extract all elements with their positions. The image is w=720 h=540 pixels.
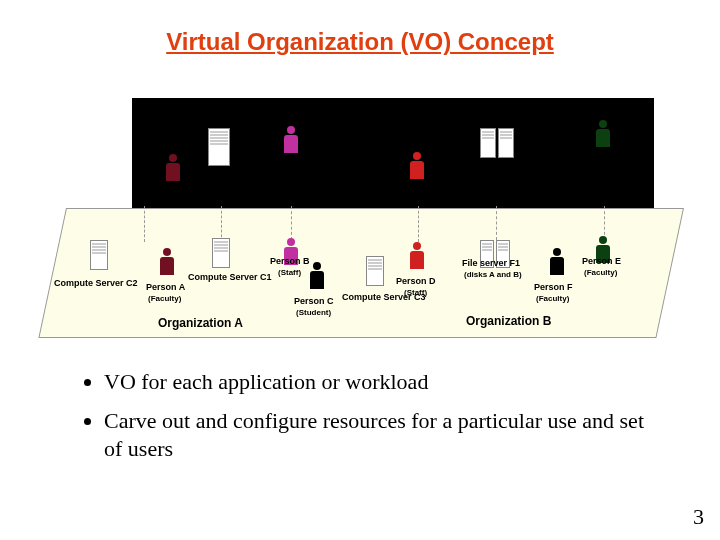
label-person-a-role: (Faculty) xyxy=(148,294,181,303)
label-person-c: Person C xyxy=(294,296,334,306)
label-person-c-role: (Student) xyxy=(296,308,331,317)
connector xyxy=(144,206,145,242)
label-person-b: Person B xyxy=(270,256,310,266)
bullet-item: Carve out and configure resources for a … xyxy=(104,407,644,464)
person-icon-maroon xyxy=(166,154,180,184)
connector xyxy=(604,206,605,240)
connector xyxy=(291,206,292,240)
server-icon xyxy=(366,256,384,286)
label-person-f-role: (Faculty) xyxy=(536,294,569,303)
connector xyxy=(418,206,419,242)
server-icon xyxy=(212,238,230,268)
label-person-d: Person D xyxy=(396,276,436,286)
vo-diagram: Compute Server C2 Person A (Faculty) Com… xyxy=(66,98,654,338)
label-person-b-role: (Staff) xyxy=(278,268,301,277)
connector xyxy=(221,206,222,242)
person-icon-red xyxy=(410,152,424,182)
label-person-e: Person E xyxy=(582,256,621,266)
label-server-f1-sub: (disks A and B) xyxy=(464,270,522,279)
person-icon-magenta xyxy=(284,126,298,156)
label-org-a: Organization A xyxy=(158,316,243,330)
server-icon xyxy=(90,240,108,270)
person-icon-black xyxy=(310,262,324,292)
server-pair-icon xyxy=(480,128,514,158)
page-number: 3 xyxy=(693,504,704,530)
label-person-f: Person F xyxy=(534,282,573,292)
bullet-item: VO for each application or workload xyxy=(104,368,644,397)
bullet-list: VO for each application or workload Carv… xyxy=(104,368,644,474)
person-icon-darkgreen xyxy=(596,120,610,150)
label-org-b: Organization B xyxy=(466,314,551,328)
label-person-e-role: (Faculty) xyxy=(584,268,617,277)
label-server-f1: File server F1 xyxy=(462,258,520,268)
label-person-a: Person A xyxy=(146,282,185,292)
label-server-c2: Compute Server C2 xyxy=(54,278,138,288)
person-icon-black xyxy=(550,248,564,278)
label-server-c1: Compute Server C1 xyxy=(188,272,272,282)
server-icon xyxy=(208,128,230,166)
connector xyxy=(496,206,497,240)
label-person-d-role: (Staff) xyxy=(404,288,427,297)
slide-title: Virtual Organization (VO) Concept xyxy=(0,0,720,60)
person-icon-red xyxy=(410,242,424,272)
person-icon-maroon xyxy=(160,248,174,278)
